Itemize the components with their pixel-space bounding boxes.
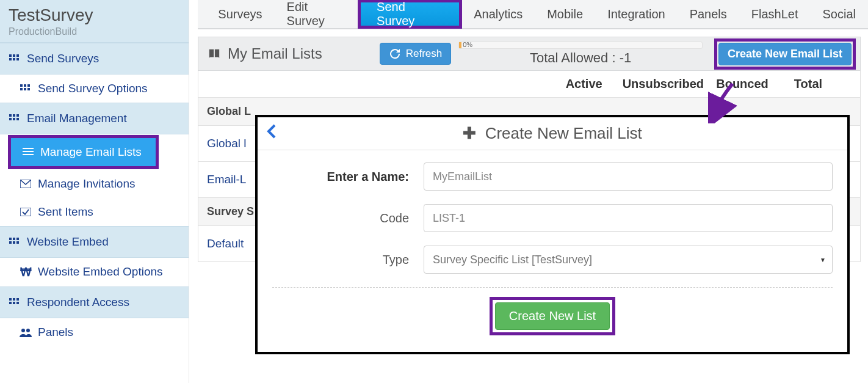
sidebar-item-label: Manage Email Lists [40,145,142,159]
form-separator [272,287,833,288]
svg-rect-4 [13,58,15,60]
code-input[interactable] [424,204,833,232]
grid-icon [20,84,32,93]
sidebar-header: TestSurvey ProductionBuild [0,0,189,43]
tab-panels[interactable]: Panels [678,0,739,28]
refresh-icon [389,49,401,59]
code-label: Code [272,211,424,225]
tab-edit-survey[interactable]: Edit Survey [275,0,358,28]
dialog-header: ✚ Create New Email List [258,117,847,150]
page-title: My Email Lists [208,45,322,62]
svg-rect-30 [13,298,15,301]
sidebar-item-label: Send Survey Options [38,82,148,95]
sidebar-item-label: Website Embed Options [38,265,163,279]
tab-label: Integration [607,7,665,21]
name-input[interactable] [424,162,833,191]
grid-icon [9,298,21,307]
sidebar-section-label: Email Management [27,112,127,125]
svg-rect-10 [24,88,26,90]
tab-label: Mobile [547,7,583,21]
create-new-list-button[interactable]: Create New List [495,302,610,330]
sidebar-item-send-survey-options[interactable]: Send Survey Options [0,75,189,103]
sidebar-section-label: Respondent Access [27,296,129,309]
sidebar-item-sent-items[interactable]: Sent Items [0,198,189,226]
svg-rect-14 [16,114,19,117]
svg-rect-32 [9,302,12,304]
tab-mobile[interactable]: Mobile [535,0,595,28]
column-headers: Active Unsubscribed Bounced Total [198,71,861,98]
refresh-button[interactable]: Refresh [380,43,452,65]
tab-send-survey[interactable]: Send Survey [358,0,461,28]
type-label: Type [272,253,424,267]
svg-rect-7 [24,84,26,87]
create-new-email-list-button[interactable]: Create New Email List [718,43,852,65]
svg-rect-25 [16,238,19,240]
svg-point-36 [26,329,30,332]
progress-fill [459,42,461,48]
sidebar-item-label: Sent Items [38,205,93,219]
svg-rect-0 [9,54,12,57]
sidebar: TestSurvey ProductionBuild Send Surveys … [0,0,189,383]
svg-rect-34 [16,302,19,304]
type-select-value: Survey Specific List [TestSurvey] [433,254,592,266]
svg-rect-23 [9,238,12,240]
list-icon [22,148,34,156]
tab-label: Edit Survey [287,0,346,28]
sidebar-item-website-embed-options[interactable]: ₩ Website Embed Options [0,258,189,286]
svg-rect-31 [16,298,19,301]
sidebar-section-send-surveys[interactable]: Send Surveys [0,43,189,75]
svg-rect-20 [23,154,34,155]
svg-rect-5 [16,58,19,60]
svg-rect-19 [23,151,34,152]
tab-label: Send Survey [377,0,443,28]
grid-icon [9,114,21,123]
svg-rect-29 [9,298,12,301]
svg-rect-1 [13,54,15,57]
progress-bar: 0% [458,42,703,49]
col-active: Active [557,77,612,91]
tab-social[interactable]: Social [811,0,868,28]
tab-label: Social [823,7,856,21]
tab-label: Analytics [474,7,523,21]
tab-surveys[interactable]: Surveys [206,0,274,28]
svg-rect-12 [9,114,12,117]
svg-rect-15 [9,118,12,120]
create-email-list-dialog: ✚ Create New Email List Enter a Name: Co… [255,115,850,354]
tab-integration[interactable]: Integration [595,0,678,28]
people-icon [20,327,32,337]
svg-rect-16 [13,118,15,120]
progress-pct: 0% [463,41,472,48]
submit-highlight: Create New List [490,297,615,335]
sidebar-item-manage-email-lists[interactable]: Manage Email Lists [9,136,158,169]
tab-label: FlashLet [751,7,798,21]
dialog-title: ✚ Create New Email List [266,124,839,143]
svg-rect-13 [13,114,15,117]
col-total: Total [781,77,836,91]
svg-rect-9 [20,88,23,90]
grid-icon [9,238,21,246]
svg-rect-22 [20,208,31,216]
sidebar-item-manage-invitations[interactable]: Manage Invitations [0,170,189,198]
col-bounced: Bounced [715,77,770,91]
svg-rect-11 [27,88,30,90]
page-title-text: My Email Lists [228,45,322,62]
name-label: Enter a Name: [272,170,424,184]
tab-analytics[interactable]: Analytics [461,0,535,28]
sidebar-section-email-management[interactable]: Email Management [0,103,189,134]
chevron-down-icon: ▼ [820,257,826,263]
tab-label: Panels [690,7,727,21]
sidebar-item-panels[interactable]: Panels [0,318,189,346]
sidebar-section-website-embed[interactable]: Website Embed [0,226,189,258]
grid-icon [9,54,21,63]
submit-label: Create New List [509,309,596,323]
refresh-label: Refresh [406,48,443,60]
svg-rect-33 [13,302,15,304]
tab-flashlet[interactable]: FlashLet [739,0,811,28]
survey-title: TestSurvey [9,6,180,25]
check-icon [20,208,32,216]
svg-rect-17 [16,118,19,120]
type-select[interactable]: Survey Specific List [TestSurvey] ▼ [424,246,833,274]
sidebar-section-respondent-access[interactable]: Respondent Access [0,286,189,318]
envelope-icon [20,180,32,188]
form-row-name: Enter a Name: [272,162,833,191]
